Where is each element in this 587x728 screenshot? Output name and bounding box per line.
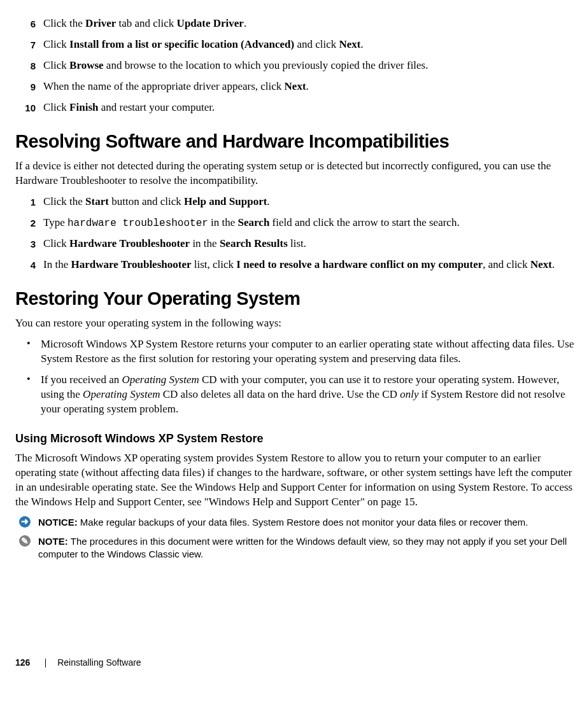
step-number: 6 <box>15 17 43 31</box>
paragraph-restore-intro: You can restore your operating system in… <box>15 316 574 331</box>
notice-label: NOTICE: <box>38 517 80 528</box>
note-label: NOTE: <box>38 536 71 547</box>
paragraph-incompat-intro: If a device is either not detected durin… <box>15 159 574 188</box>
pencil-circle-icon: ✎ <box>19 535 31 547</box>
step-number: 1 <box>15 195 43 209</box>
ts-step-4: 4 In the Hardware Troubleshooter list, c… <box>15 258 574 272</box>
notice-text: Make regular backups of your data files.… <box>80 517 528 528</box>
page-footer: 126 Reinstalling Software <box>15 657 574 669</box>
step-text: Click the Start button and click Help an… <box>43 195 574 209</box>
numbered-list-top: 6 Click the Driver tab and click Update … <box>15 17 574 115</box>
step-number: 10 <box>15 101 43 115</box>
ts-step-2: 2 Type hardware troubleshooter in the Se… <box>15 216 574 231</box>
bullet-marker: • <box>27 337 41 351</box>
ts-step-3: 3 Click Hardware Troubleshooter in the S… <box>15 237 574 251</box>
bullet-marker: • <box>27 373 41 386</box>
step-text: Click Browse and browse to the location … <box>43 59 574 73</box>
step-text: Click Hardware Troubleshooter in the Sea… <box>43 237 574 251</box>
footer-separator <box>45 659 46 668</box>
paragraph-system-restore: The Microsoft Windows XP operating syste… <box>15 451 574 510</box>
note-icon: ✎ <box>19 535 36 547</box>
note-text: The procedures in this document were wri… <box>38 536 567 559</box>
numbered-list-troubleshooter: 1 Click the Start button and click Help … <box>15 195 574 272</box>
note-callout: ✎ NOTE: The procedures in this document … <box>19 535 574 561</box>
bullet-text: If you received an Operating System CD w… <box>41 373 574 417</box>
notice-icon: ➜ <box>19 516 36 528</box>
step-number: 8 <box>15 59 43 73</box>
heading-restoring-os: Restoring Your Operating System <box>15 286 574 311</box>
notice-callout: ➜ NOTICE: Make regular backups of your d… <box>19 516 574 529</box>
step-text: In the Hardware Troubleshooter list, cli… <box>43 258 574 272</box>
step-number: 7 <box>15 38 43 52</box>
code-text: hardware troubleshooter <box>67 218 208 229</box>
footer-title: Reinstalling Software <box>57 657 141 668</box>
step-8: 8 Click Browse and browse to the locatio… <box>15 59 574 73</box>
subheading-system-restore: Using Microsoft Windows XP System Restor… <box>15 431 574 446</box>
bullet-2: • If you received an Operating System CD… <box>15 373 574 417</box>
bullet-text: Microsoft Windows XP System Restore retu… <box>41 337 574 367</box>
step-7: 7 Click Install from a list or specific … <box>15 38 574 52</box>
bullet-1: • Microsoft Windows XP System Restore re… <box>15 337 574 367</box>
step-10: 10 Click Finish and restart your compute… <box>15 101 574 115</box>
heading-resolving-incompatibilities: Resolving Software and Hardware Incompat… <box>15 129 574 154</box>
step-text: Type hardware troubleshooter in the Sear… <box>43 216 574 231</box>
step-text: When the name of the appropriate driver … <box>43 80 574 94</box>
ts-step-1: 1 Click the Start button and click Help … <box>15 195 574 209</box>
step-number: 2 <box>15 216 43 230</box>
step-9: 9 When the name of the appropriate drive… <box>15 80 574 94</box>
step-text: Click the Driver tab and click Update Dr… <box>43 17 574 31</box>
step-6: 6 Click the Driver tab and click Update … <box>15 17 574 31</box>
step-text: Click Install from a list or specific lo… <box>43 38 574 52</box>
step-number: 3 <box>15 237 43 251</box>
step-text: Click Finish and restart your computer. <box>43 101 574 115</box>
step-number: 9 <box>15 80 43 94</box>
page-number: 126 <box>15 657 30 668</box>
arrow-circle-icon: ➜ <box>19 516 31 528</box>
step-number: 4 <box>15 258 43 272</box>
